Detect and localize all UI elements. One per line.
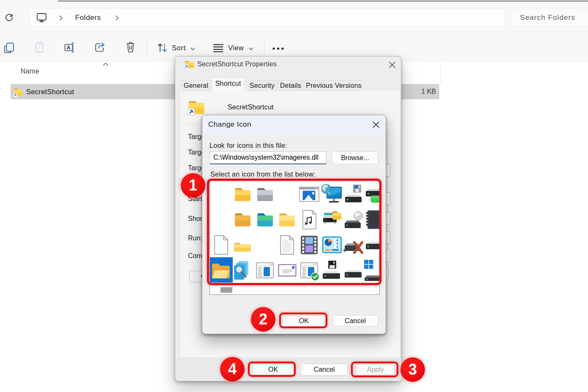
svg-text:A: A	[67, 44, 71, 51]
